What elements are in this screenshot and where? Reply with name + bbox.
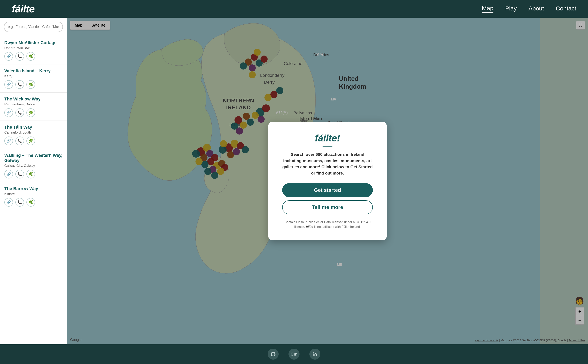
leaf-icon-btn[interactable]: 🌿 bbox=[26, 52, 35, 61]
list-item: The Táin Way Carlingford, Louth 🔗 📞 🌿 bbox=[0, 121, 67, 149]
map-area[interactable]: Map Satellite bbox=[67, 18, 588, 344]
nav-about[interactable]: About bbox=[529, 5, 544, 13]
github-icon-button[interactable] bbox=[268, 349, 279, 360]
location-sub: Carlingford, Louth bbox=[4, 130, 62, 135]
list-item: Walking – The Western Way, Galway Galway… bbox=[0, 149, 67, 182]
leaf-icon-btn[interactable]: 🌿 bbox=[26, 136, 35, 145]
list-item: The Barrow Way Kildare 🔗 📞 🌿 bbox=[0, 182, 67, 210]
location-sub: Rathfarnham, Dublin bbox=[4, 102, 62, 106]
list-item: Dwyer McAllister Cottage Donard, Wicklow… bbox=[0, 36, 67, 65]
leaf-icon-btn[interactable]: 🌿 bbox=[26, 80, 35, 89]
link-icon-btn[interactable]: 🔗 bbox=[4, 80, 13, 89]
location-name[interactable]: The Táin Way bbox=[4, 125, 62, 130]
list-item: Valentia Island – Kerry Kerry 🔗 📞 🌿 bbox=[0, 65, 67, 93]
location-name[interactable]: The Wicklow Way bbox=[4, 97, 62, 102]
list-item: The Wicklow Way Rathfarnham, Dublin 🔗 📞 … bbox=[0, 93, 67, 121]
nav-play[interactable]: Play bbox=[505, 5, 517, 13]
linkedin-icon-button[interactable] bbox=[309, 349, 320, 360]
leaf-icon-btn[interactable]: 🌿 bbox=[26, 170, 35, 178]
modal-title: fáilte! bbox=[282, 133, 373, 143]
modal-overlay: fáilte! Search over 600 attractions in I… bbox=[67, 18, 588, 344]
get-started-button[interactable]: Get started bbox=[282, 183, 373, 197]
leaf-icon-btn[interactable]: 🌿 bbox=[26, 108, 35, 117]
svg-point-86 bbox=[313, 352, 314, 353]
phone-icon-btn[interactable]: 📞 bbox=[15, 136, 24, 145]
location-icons: 🔗 📞 🌿 bbox=[4, 136, 62, 145]
welcome-modal: fáilte! Search over 600 attractions in I… bbox=[268, 122, 387, 240]
link-icon-btn[interactable]: 🔗 bbox=[4, 52, 13, 61]
location-icons: 🔗 📞 🌿 bbox=[4, 198, 62, 207]
search-input[interactable] bbox=[4, 22, 63, 32]
location-icons: 🔗 📞 🌿 bbox=[4, 170, 62, 178]
location-icons: 🔗 📞 🌿 bbox=[4, 108, 62, 117]
location-name[interactable]: Walking – The Western Way, Galway bbox=[4, 153, 62, 163]
link-icon-btn[interactable]: 🔗 bbox=[4, 108, 13, 117]
modal-description: Search over 600 attractions in Ireland i… bbox=[282, 151, 373, 176]
location-name[interactable]: The Barrow Way bbox=[4, 186, 62, 191]
location-sub: Kildare bbox=[4, 192, 62, 196]
link-icon-btn[interactable]: 🔗 bbox=[4, 198, 13, 207]
location-sub: Galway City, Galway bbox=[4, 164, 62, 168]
location-icons: 🔗 📞 🌿 bbox=[4, 52, 62, 61]
location-sub: Donard, Wicklow bbox=[4, 46, 62, 50]
location-sub: Kerry bbox=[4, 74, 62, 78]
cm-icon-button[interactable]: Cm bbox=[288, 349, 300, 360]
nav-contact[interactable]: Contact bbox=[556, 5, 576, 13]
site-logo[interactable]: fáilte bbox=[12, 3, 34, 15]
nav-map[interactable]: Map bbox=[482, 5, 493, 13]
modal-footer: Contains Irish Public Sector Data licens… bbox=[282, 220, 373, 229]
modal-footer-brand: fáilte bbox=[306, 225, 313, 228]
phone-icon-btn[interactable]: 📞 bbox=[15, 170, 24, 178]
tell-me-more-button[interactable]: Tell me more bbox=[282, 200, 373, 214]
phone-icon-btn[interactable]: 📞 bbox=[15, 108, 24, 117]
search-bar bbox=[0, 18, 67, 36]
sidebar: Dwyer McAllister Cottage Donard, Wicklow… bbox=[0, 18, 67, 344]
leaf-icon-btn[interactable]: 🌿 bbox=[26, 198, 35, 207]
header: fáilte Map Play About Contact bbox=[0, 0, 588, 18]
location-name[interactable]: Valentia Island – Kerry bbox=[4, 68, 62, 73]
phone-icon-btn[interactable]: 📞 bbox=[15, 80, 24, 89]
modal-footer-suffix: is not affiliated with Fáilte Ireland. bbox=[314, 225, 361, 228]
footer: Cm bbox=[0, 344, 588, 364]
phone-icon-btn[interactable]: 📞 bbox=[15, 52, 24, 61]
location-name[interactable]: Dwyer McAllister Cottage bbox=[4, 40, 62, 45]
main-nav: Map Play About Contact bbox=[482, 5, 576, 13]
link-icon-btn[interactable]: 🔗 bbox=[4, 170, 13, 178]
main-layout: Dwyer McAllister Cottage Donard, Wicklow… bbox=[0, 18, 588, 344]
phone-icon-btn[interactable]: 📞 bbox=[15, 198, 24, 207]
location-icons: 🔗 📞 🌿 bbox=[4, 80, 62, 89]
modal-divider bbox=[323, 146, 333, 147]
link-icon-btn[interactable]: 🔗 bbox=[4, 136, 13, 145]
